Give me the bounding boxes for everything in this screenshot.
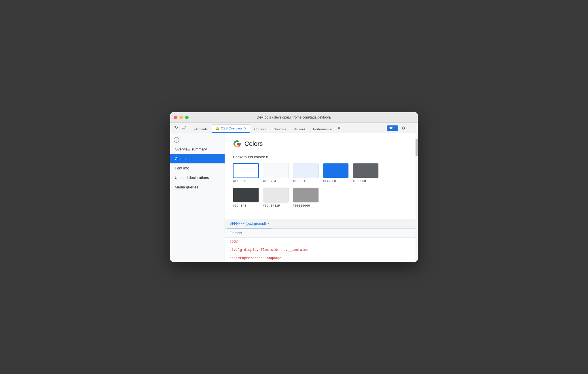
panel-title: Colors [233, 140, 410, 148]
color-hex-f8f9fa: #F8F9FA [263, 180, 276, 183]
panel-heading: Colors [244, 140, 263, 148]
color-item-ffffff[interactable]: #FFFFFF [233, 163, 259, 183]
google-logo-icon [233, 140, 241, 148]
svg-rect-1 [185, 127, 186, 128]
color-item-5f6368[interactable]: #5F6368 [353, 163, 379, 183]
color-swatch-5f6368[interactable] [353, 163, 379, 178]
tab-close-icon[interactable]: ✕ [244, 127, 246, 130]
bottom-tab-label: #FFFFFF (background) [230, 222, 266, 226]
color-hex-e8f0fe: #E8F0FE [293, 180, 306, 183]
tab-bar: Elements 🔔 CSS Overview ✕ Console Source… [170, 123, 418, 133]
main-content: ⊘ Overview summary Colors Font info Unus… [170, 133, 418, 262]
no-icon: ⊘ [174, 137, 179, 143]
tab-elements[interactable]: Elements [190, 126, 211, 133]
sidebar-item-colors[interactable]: Colors [170, 154, 225, 163]
elements-table: Element body div.lg:display-flex.side-na… [225, 229, 418, 262]
color-hex-5f6368: #5F6368 [353, 180, 366, 183]
more-options-icon[interactable]: ⋮ [409, 125, 416, 131]
element-row-body[interactable]: body [225, 238, 418, 246]
window-controls [174, 116, 189, 119]
color-swatch-00000066[interactable] [293, 188, 319, 203]
color-item-00000066[interactable]: #00000066 [293, 188, 319, 207]
device-icon[interactable] [181, 124, 187, 131]
bottom-tabs: #FFFFFF (background) × [225, 219, 418, 229]
color-swatch-3c40431f[interactable] [263, 188, 289, 203]
color-item-3c4043[interactable]: #3C4043 [233, 188, 259, 207]
color-swatch-1a73e8[interactable] [323, 163, 349, 178]
colors-row1: #FFFFFF #F8F9FA #E8F0FE #1A73E8 [233, 163, 410, 183]
color-swatch-ffffff[interactable] [233, 163, 259, 178]
bottom-tab-close-icon[interactable]: × [268, 222, 269, 225]
feedback-icon: 💬 [389, 126, 393, 130]
window-title: DevTools - developer.chrome.com/tags/dev… [257, 115, 331, 119]
toolbar-right: 💬 1 ⚙ ⋮ [387, 125, 416, 133]
color-hex-3c40431f: #3C40431F [263, 204, 280, 207]
title-bar: DevTools - developer.chrome.com/tags/dev… [170, 112, 418, 123]
sidebar-item-media-queries[interactable]: Media queries [170, 182, 225, 192]
settings-icon[interactable]: ⚙ [400, 125, 407, 131]
color-hex-3c4043: #3C4043 [233, 204, 246, 207]
element-row-div[interactable]: div.lg:display-flex.side-nav__container [225, 246, 418, 254]
color-swatch-f8f9fa[interactable] [263, 163, 289, 178]
color-hex-1a73e8: #1A73E8 [323, 180, 336, 183]
element-row-select[interactable]: select#preferred-language [225, 254, 418, 262]
color-item-e8f0fe[interactable]: #E8F0FE [293, 163, 319, 183]
toolbar-icons [172, 124, 187, 133]
panel-main: Colors Background colors: 8 #FFFFFF #F8F… [225, 133, 418, 219]
color-hex-00000066: #00000066 [293, 204, 310, 207]
maximize-button[interactable] [185, 116, 189, 119]
bell-icon: 🔔 [215, 126, 219, 130]
tab-network[interactable]: Network [290, 126, 309, 133]
sidebar-item-font-info[interactable]: Font info [170, 163, 225, 173]
color-item-3c40431f[interactable]: #3C40431F [263, 188, 289, 207]
scrollbar-thumb[interactable] [416, 139, 418, 156]
bottom-tab-ffffff[interactable]: #FFFFFF (background) × [227, 219, 272, 228]
sidebar-item-overview-summary[interactable]: Overview summary [170, 144, 225, 154]
tab-sources[interactable]: Sources [270, 126, 289, 133]
tab-css-overview[interactable]: 🔔 CSS Overview ✕ [212, 124, 250, 133]
close-button[interactable] [174, 116, 177, 119]
color-swatch-e8f0fe[interactable] [293, 163, 319, 178]
devtools-window: DevTools - developer.chrome.com/tags/dev… [170, 112, 418, 262]
color-swatch-3c4043[interactable] [233, 188, 259, 203]
minimize-button[interactable] [179, 116, 183, 119]
svg-rect-0 [182, 126, 185, 128]
sidebar-item-unused-declarations[interactable]: Unused declarations [170, 173, 225, 182]
section-label: Background colors: 8 [233, 155, 410, 159]
tab-performance[interactable]: Performance [310, 126, 335, 133]
elements-table-header: Element [225, 229, 418, 238]
sidebar: ⊘ Overview summary Colors Font info Unus… [170, 133, 225, 262]
sidebar-icon-row: ⊘ [170, 135, 225, 144]
color-hex-ffffff: #FFFFFF [233, 180, 246, 183]
cursor-icon[interactable] [172, 124, 179, 131]
tab-console[interactable]: Console [251, 126, 270, 133]
panel: Colors Background colors: 8 #FFFFFF #F8F… [225, 133, 418, 262]
more-tabs-button[interactable]: » [336, 124, 342, 132]
scrollbar[interactable] [416, 133, 418, 262]
color-item-1a73e8[interactable]: #1A73E8 [323, 163, 349, 183]
bottom-panel: #FFFFFF (background) × Element body div.… [225, 219, 418, 262]
color-item-f8f9fa[interactable]: #F8F9FA [263, 163, 289, 183]
feedback-button[interactable]: 💬 1 [387, 125, 398, 131]
colors-row2: #3C4043 #3C40431F #00000066 [233, 188, 410, 207]
